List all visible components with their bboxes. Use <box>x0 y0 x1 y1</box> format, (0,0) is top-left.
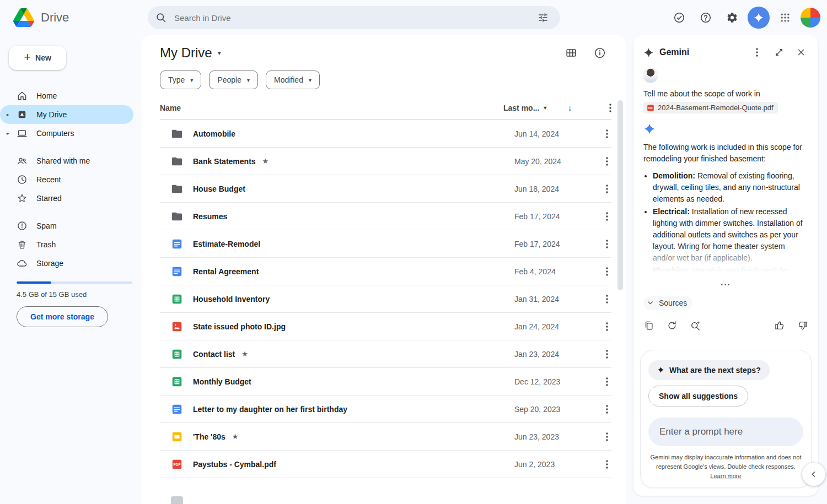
get-more-storage-button[interactable]: Get more storage <box>17 306 108 327</box>
column-menu-icon[interactable] <box>609 104 611 112</box>
filter-people-chip[interactable]: People▾ <box>209 71 258 89</box>
table-row[interactable]: Estimate-RemodelFeb 17, 2024 <box>160 230 611 258</box>
settings-icon[interactable] <box>721 7 743 29</box>
search-bar[interactable] <box>148 6 560 29</box>
row-menu-icon[interactable] <box>603 458 611 471</box>
row-menu-icon[interactable] <box>603 265 611 278</box>
gemini-menu-icon[interactable] <box>749 44 765 61</box>
sources-toggle[interactable]: Sources <box>643 296 692 310</box>
table-row[interactable]: Household InventoryJan 31, 2024 <box>160 285 611 313</box>
sparkle-search-icon[interactable] <box>690 320 701 331</box>
expand-icon[interactable] <box>771 44 787 61</box>
response-bullet: Demolition: Removal of existing flooring… <box>653 170 808 205</box>
regenerate-icon[interactable] <box>667 320 678 331</box>
file-name: Letter to my daughter on her first birth… <box>193 405 347 414</box>
column-last-modified[interactable]: Last mo... ▾ <box>503 104 546 112</box>
row-menu-icon[interactable] <box>603 320 611 333</box>
table-row[interactable]: Monthly BudgetDec 12, 2023 <box>160 368 611 395</box>
table-row[interactable]: Letter to my daughter on her first birth… <box>160 395 611 423</box>
grid-view-toggle-icon[interactable] <box>565 47 577 59</box>
row-menu-icon[interactable] <box>603 155 611 168</box>
docs-icon <box>171 403 183 415</box>
sidebar-item-label: My Drive <box>36 110 67 119</box>
row-menu-icon[interactable] <box>603 430 611 443</box>
home-icon <box>17 90 28 101</box>
storage-progress <box>17 281 132 284</box>
storage-fill <box>17 281 51 284</box>
sidebar-item-recent[interactable]: Recent <box>0 170 133 189</box>
advanced-search-icon[interactable] <box>534 8 552 27</box>
table-row[interactable]: Bank Statements★May 20, 2024 <box>160 148 611 175</box>
table-row[interactable]: 'The '80s★Jun 23, 2023 <box>160 423 611 451</box>
chevron-down-icon: ▾ <box>218 49 221 57</box>
table-row[interactable]: State issued photo ID.jpgJan 24, 2024 <box>160 313 611 340</box>
expand-caret-icon[interactable]: ▸ <box>7 131 9 136</box>
row-menu-icon[interactable] <box>603 237 611 251</box>
filter-modified-chip[interactable]: Modified▾ <box>266 71 320 89</box>
sidebar-item-starred[interactable]: Starred <box>0 189 133 208</box>
sidebar-item-trash[interactable]: Trash <box>0 235 133 254</box>
thumb-down-icon[interactable] <box>797 320 808 331</box>
row-menu-icon[interactable] <box>603 182 611 196</box>
drive-logo[interactable]: Drive <box>0 8 69 27</box>
sidebar-item-spam[interactable]: Spam <box>0 216 133 235</box>
new-button[interactable]: + New <box>9 46 66 70</box>
chevron-left-icon <box>809 470 818 479</box>
sidebar-item-home[interactable]: Home <box>0 86 133 105</box>
sort-direction-icon[interactable]: ↓ <box>567 103 572 113</box>
info-icon[interactable] <box>594 47 606 59</box>
row-menu-icon[interactable] <box>603 403 611 416</box>
sidebar-item-storage[interactable]: Storage <box>0 254 133 273</box>
suggestion-chip-label: What are the next steps? <box>669 366 761 375</box>
sidebar-item-computers[interactable]: ▸Computers <box>0 124 133 143</box>
learn-more-link[interactable]: Learn more <box>710 473 741 479</box>
new-button-label: New <box>35 53 51 62</box>
gemini-disclaimer: Gemini may display inaccurate informatio… <box>648 453 803 481</box>
collapse-panel-button[interactable] <box>802 463 825 486</box>
thumb-up-icon[interactable] <box>774 320 785 331</box>
filter-type-label: Type <box>168 75 185 84</box>
gemini-prompt-input[interactable] <box>648 418 803 446</box>
file-name: 'The '80s <box>193 432 225 441</box>
star-icon: ★ <box>232 432 239 441</box>
gemini-response-spark-icon <box>643 123 808 135</box>
file-modified-date: Jun 18, 2024 <box>514 185 559 193</box>
table-row[interactable]: House BudgetJun 18, 2024 <box>160 175 611 203</box>
file-modified-date: May 20, 2024 <box>514 157 561 166</box>
file-modified-date: Feb 4, 2024 <box>514 267 556 276</box>
attachment-chip[interactable]: PDF 2024-Basement-Remodel-Quote.pdf <box>643 102 778 113</box>
column-name[interactable]: Name <box>160 104 503 112</box>
chevron-down-icon: ▾ <box>190 77 193 83</box>
scrollbar[interactable] <box>617 100 623 290</box>
table-row[interactable]: PDFPaystubs - Cymbal.pdfJun 2, 2023 <box>160 451 611 478</box>
gemini-icon[interactable] <box>748 7 770 29</box>
apps-grid-icon[interactable] <box>774 7 796 29</box>
row-menu-icon[interactable] <box>603 348 611 361</box>
table-row[interactable]: Rental AgreementFeb 4, 2024 <box>160 258 611 285</box>
filter-type-chip[interactable]: Type▾ <box>160 71 201 89</box>
file-modified-date: Jan 24, 2024 <box>514 322 559 331</box>
show-all-suggestions-button[interactable]: Show all suggestions <box>648 386 748 407</box>
table-row[interactable]: AutomobileJun 14, 2024 <box>160 120 611 148</box>
page-title[interactable]: My Drive ▾ <box>160 45 221 61</box>
file-name: Household Inventory <box>193 295 270 304</box>
row-menu-icon[interactable] <box>603 127 611 140</box>
sidebar-item-my-drive[interactable]: ▸My Drive <box>0 105 133 124</box>
row-menu-icon[interactable] <box>603 210 611 223</box>
gemini-spark-icon <box>643 47 654 58</box>
sidebar-item-shared-with-me[interactable]: Shared with me <box>0 151 133 170</box>
close-icon[interactable] <box>793 44 809 61</box>
row-menu-icon[interactable] <box>603 292 611 306</box>
suggestion-chip[interactable]: What are the next steps? <box>648 360 770 380</box>
account-avatar[interactable] <box>801 8 820 28</box>
table-row[interactable]: Contact list★Jan 23, 2024 <box>160 340 611 368</box>
copy-icon[interactable] <box>643 320 654 331</box>
help-icon[interactable] <box>695 7 717 29</box>
search-input[interactable] <box>173 13 527 23</box>
expand-caret-icon[interactable]: ▸ <box>7 112 9 117</box>
file-name: Monthly Budget <box>193 377 251 386</box>
offline-status-icon[interactable] <box>668 7 690 29</box>
show-more-button[interactable]: ... <box>643 278 808 287</box>
row-menu-icon[interactable] <box>603 375 611 388</box>
table-row[interactable]: ResumesFeb 17, 2024 <box>160 203 611 230</box>
